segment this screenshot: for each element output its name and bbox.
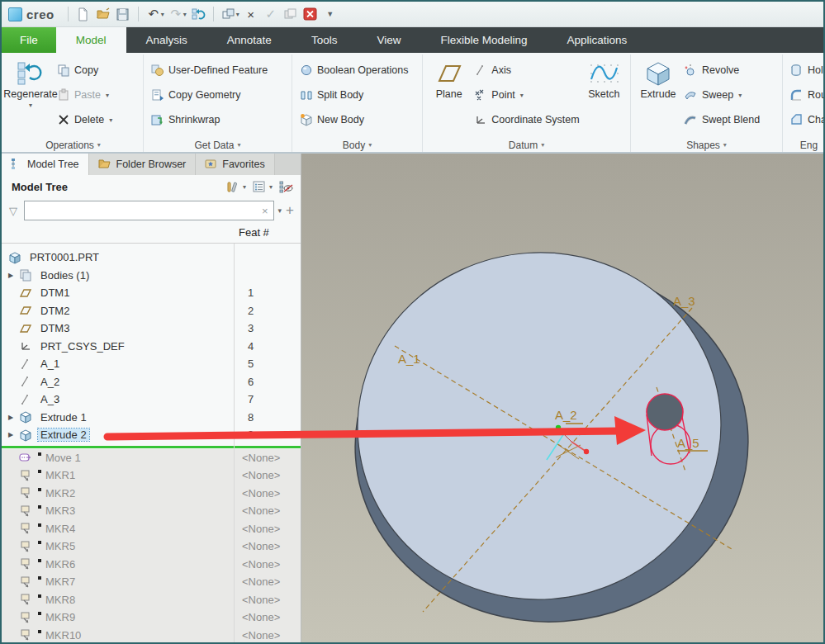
- tab-flexible-modeling[interactable]: Flexible Modeling: [420, 27, 547, 53]
- tree-row-dtm3[interactable]: DTM33: [2, 320, 301, 338]
- shrinkwrap-button[interactable]: Shrinkwrap: [148, 107, 270, 132]
- tree-row-extrude-2[interactable]: ▶Extrude 29: [2, 426, 301, 444]
- tree-item-label[interactable]: DTM2: [38, 305, 72, 317]
- tree-item-label[interactable]: PRT_CSYS_DEF: [38, 340, 127, 353]
- expander-icon[interactable]: ▶: [8, 414, 19, 421]
- hole-top-circle[interactable]: [647, 394, 683, 430]
- tree-row-bodies-(1)[interactable]: ▶Bodies (1): [2, 267, 301, 285]
- tree-row-mkr10[interactable]: MKR10<None>: [2, 627, 301, 643]
- tree-item-label[interactable]: Extrude 1: [38, 411, 89, 424]
- copy-button[interactable]: Copy: [54, 58, 115, 83]
- clear-filter-icon[interactable]: ×: [260, 205, 270, 217]
- tree-item-label[interactable]: MKR2: [43, 487, 78, 500]
- sweep-button[interactable]: Sweep▾: [681, 83, 762, 107]
- tree-row-mkr4[interactable]: MKR4<None>: [2, 520, 301, 538]
- switch-window-icon-caret[interactable]: ▾: [236, 11, 239, 18]
- insert-here-indicator[interactable]: [2, 446, 301, 448]
- tree-row-mkr7[interactable]: MKR7<None>: [2, 573, 301, 591]
- axis-label-a2[interactable]: A_2: [555, 408, 577, 422]
- undo-icon-caret[interactable]: ▾: [161, 11, 164, 18]
- point-button[interactable]: Point▾: [471, 83, 581, 107]
- axis-label-a3[interactable]: A_3: [673, 294, 695, 308]
- tab-applications[interactable]: Applications: [547, 27, 647, 53]
- tree-settings-icon[interactable]: [251, 178, 268, 195]
- show-hide-tree-icon[interactable]: [277, 178, 294, 195]
- group-label-body[interactable]: Body▾: [296, 138, 418, 152]
- plane-button[interactable]: Plane: [427, 56, 471, 100]
- tree-item-label[interactable]: A_3: [38, 393, 62, 405]
- swept-blend-button[interactable]: Swept Blend: [681, 107, 762, 132]
- feat-column-header[interactable]: Feat #: [239, 226, 269, 239]
- tab-annotate[interactable]: Annotate: [207, 27, 292, 53]
- tree-row-mkr6[interactable]: MKR6<None>: [2, 556, 301, 574]
- tree-item-label[interactable]: PRT0001.PRT: [27, 251, 102, 263]
- windows-icon[interactable]: [281, 4, 301, 24]
- tree-item-label[interactable]: Move 1: [43, 452, 83, 464]
- expander-icon[interactable]: ▶: [8, 272, 19, 279]
- expander-icon[interactable]: ▶: [8, 431, 19, 438]
- split-body-button[interactable]: Split Body: [296, 83, 411, 107]
- graphics-area[interactable]: A_1 A_3 A_2 A_5: [301, 154, 823, 642]
- tree-item-label[interactable]: MKR7: [43, 575, 78, 588]
- axis-button[interactable]: Axis: [471, 58, 581, 83]
- tree-item-label[interactable]: MKR3: [43, 504, 78, 517]
- axis-label-a5[interactable]: A_5: [677, 436, 699, 450]
- tree-item-label[interactable]: A_2: [38, 376, 62, 388]
- dropdown-caret-icon[interactable]: ▾: [109, 116, 112, 124]
- dropdown-caret-icon[interactable]: ▾: [738, 92, 742, 99]
- regenerate-button[interactable]: Regenerate▾: [7, 56, 54, 109]
- redo-icon-caret[interactable]: ▾: [183, 11, 187, 18]
- tree-row-a_1[interactable]: A_15: [2, 355, 301, 373]
- round-button[interactable]: Round: [787, 83, 823, 107]
- tree-item-label[interactable]: Bodies (1): [38, 269, 92, 282]
- dropdown-caret-icon[interactable]: ▾: [106, 92, 109, 99]
- tree-settings-caret-icon[interactable]: ▾: [269, 183, 273, 191]
- tab-view[interactable]: View: [357, 27, 420, 53]
- dropdown-caret-icon[interactable]: ▾: [29, 102, 32, 109]
- tree-item-label[interactable]: MKR9: [43, 611, 78, 623]
- tab-tools[interactable]: Tools: [292, 27, 358, 53]
- group-label-shapes[interactable]: Shapes▾: [635, 138, 778, 152]
- exit-icon[interactable]: [301, 4, 320, 24]
- toolbar-overflow-icon[interactable]: ▼: [320, 4, 340, 24]
- tree-item-label[interactable]: MKR5: [43, 540, 78, 552]
- tree-row-mkr3[interactable]: MKR3<None>: [2, 502, 301, 520]
- close-window-icon[interactable]: ×: [241, 4, 261, 24]
- tree-item-label[interactable]: A_1: [38, 358, 62, 370]
- tree-row-dtm1[interactable]: DTM11: [2, 284, 301, 302]
- axis-label-a1[interactable]: A_1: [398, 352, 420, 366]
- tree-tools-icon[interactable]: [225, 178, 241, 195]
- boolean-operations-button[interactable]: Boolean Operations: [296, 58, 411, 83]
- save-icon[interactable]: [113, 4, 133, 24]
- chamf-button[interactable]: Chamf: [787, 107, 823, 132]
- tab-file[interactable]: File: [2, 27, 56, 53]
- tab-model[interactable]: Model: [56, 27, 126, 53]
- tree-item-label[interactable]: MKR10: [43, 629, 83, 642]
- regenerate-icon[interactable]: [188, 4, 208, 24]
- accept-icon[interactable]: ✓: [261, 4, 281, 24]
- tree-row-mkr8[interactable]: MKR8<None>: [2, 591, 301, 609]
- paste-button[interactable]: Paste▾: [54, 83, 115, 107]
- group-label-get-data[interactable]: Get Data▾: [148, 138, 287, 152]
- navigator-tab-folder-browser[interactable]: Folder Browser: [89, 154, 197, 175]
- extrude-button[interactable]: Extrude: [635, 56, 681, 100]
- tree-item-label[interactable]: Extrude 2: [38, 429, 89, 441]
- tree-row-dtm2[interactable]: DTM22: [2, 302, 301, 320]
- tree-tools-caret-icon[interactable]: ▾: [243, 183, 246, 191]
- tree-row-prt_csys_def[interactable]: PRT_CSYS_DEF4: [2, 338, 301, 356]
- delete-button[interactable]: Delete▾: [54, 107, 115, 132]
- group-label-datum[interactable]: Datum▾: [427, 138, 626, 152]
- tree-item-label[interactable]: MKR1: [43, 469, 78, 481]
- hole-button[interactable]: Hole: [787, 58, 823, 83]
- add-filter-icon[interactable]: +: [286, 202, 294, 219]
- new-file-icon[interactable]: [73, 4, 93, 24]
- navigator-tab-model-tree[interactable]: Model Tree: [2, 154, 89, 175]
- coordinate-system-button[interactable]: Coordinate System: [471, 107, 581, 132]
- navigator-tab-favorites[interactable]: Favorites: [196, 154, 274, 175]
- tree-item-label[interactable]: DTM3: [38, 322, 72, 334]
- tree-item-label[interactable]: MKR8: [43, 594, 78, 606]
- tree-item-label[interactable]: MKR4: [43, 523, 78, 535]
- tree-row-mkr1[interactable]: MKR1<None>: [2, 466, 301, 485]
- new-body-button[interactable]: New Body: [296, 107, 411, 132]
- group-label-eng[interactable]: Eng: [787, 138, 823, 152]
